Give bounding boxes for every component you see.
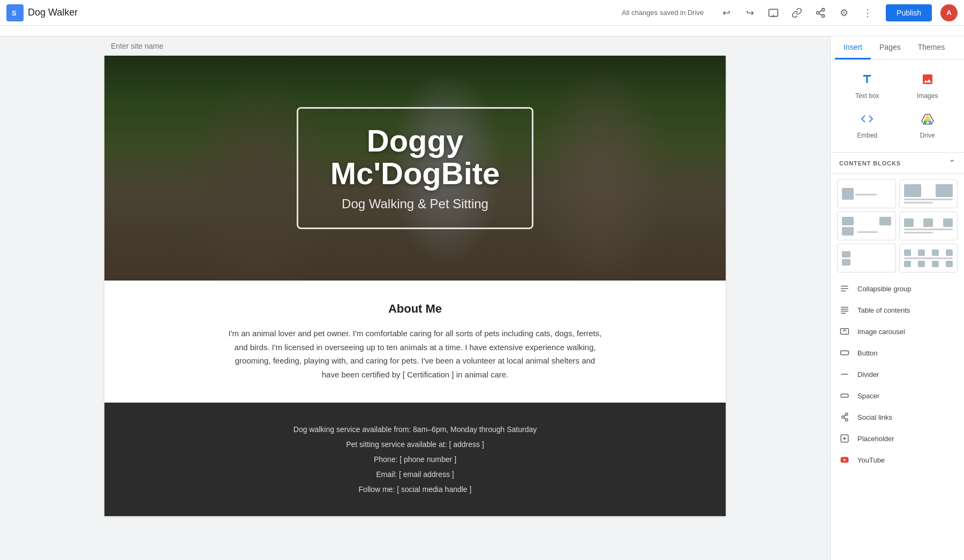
page-container: Doggy Mc'DogBite Dog Walking & Pet Sitti… (104, 56, 726, 516)
svg-point-4 (817, 11, 819, 14)
drive-icon (921, 112, 934, 128)
site-name-bar (104, 36, 726, 56)
footer-line-1[interactable]: Dog walking service available from: 8am–… (147, 422, 683, 437)
divider-item[interactable]: Divider (831, 364, 964, 385)
tab-themes[interactable]: Themes (909, 36, 954, 59)
svg-point-3 (822, 8, 825, 11)
topbar: S Dog Walker All changes saved in Drive … (0, 0, 964, 26)
publish-button[interactable]: Publish (886, 4, 932, 21)
redo-button[interactable]: ↪ (740, 3, 759, 22)
placeholder-label: Placeholder (857, 435, 894, 443)
link-button[interactable] (787, 3, 807, 22)
app-title: Dog Walker (28, 7, 78, 18)
svg-line-22 (844, 415, 845, 417)
youtube-icon (839, 455, 850, 465)
youtube-label: YouTube (857, 456, 885, 464)
divider-icon (839, 369, 850, 380)
spacer-item[interactable]: Spacer (831, 385, 964, 406)
svg-rect-18 (841, 394, 848, 397)
saved-status: All changes saved in Drive (622, 9, 704, 17)
footer-line-4[interactable]: Email: [ email address ] (147, 467, 683, 482)
social-links-label: Social links (857, 413, 892, 421)
table-of-contents-item[interactable]: Table of contents (831, 299, 964, 321)
svg-point-19 (842, 416, 845, 419)
svg-line-6 (819, 13, 822, 15)
spacer-label: Spacer (857, 392, 879, 400)
content-blocks-collapse[interactable]: ⌃ (948, 158, 955, 168)
site-name-input[interactable] (111, 42, 205, 50)
about-section: About Me I'm an animal lover and pet own… (104, 281, 726, 403)
canvas-area: Doggy Mc'DogBite Dog Walking & Pet Sitti… (0, 36, 830, 560)
insert-embed[interactable]: Embed (837, 106, 898, 146)
images-label: Images (917, 92, 938, 100)
text-box-icon (861, 73, 873, 89)
layout-blocks-grid (831, 174, 964, 278)
footer-line-3[interactable]: Phone: [ phone number ] (147, 452, 683, 467)
tab-insert[interactable]: Insert (835, 36, 871, 59)
panel-tabs: Insert Pages Themes (831, 36, 964, 60)
spacer-icon (839, 390, 850, 401)
panel-list: Collapsible group Table of contents Imag… (831, 278, 964, 471)
social-links-item[interactable]: Social links (831, 406, 964, 428)
tab-pages[interactable]: Pages (871, 36, 909, 59)
svg-point-5 (822, 14, 825, 17)
placeholder-icon (839, 433, 850, 444)
carousel-icon (839, 326, 850, 337)
button-label: Button (857, 349, 878, 357)
hero-subtitle: Dog Walking & Pet Sitting (330, 196, 500, 211)
insert-drive[interactable]: Drive (898, 106, 958, 146)
svg-rect-16 (841, 351, 849, 355)
avatar[interactable]: A (940, 4, 958, 21)
more-menu-button[interactable]: ⋮ (858, 3, 877, 22)
button-icon (839, 347, 850, 358)
images-icon (921, 73, 934, 89)
carousel-label: Image carousel (857, 328, 905, 336)
svg-text:S: S (12, 9, 17, 17)
insert-images[interactable]: Images (898, 66, 958, 106)
layout-block-6[interactable] (899, 244, 958, 273)
text-box-label: Text box (855, 92, 879, 100)
layout-block-1[interactable] (837, 179, 896, 208)
toc-icon (839, 305, 850, 315)
footer-section: Dog walking service available from: 8am–… (104, 403, 726, 516)
undo-button[interactable]: ↩ (717, 3, 736, 22)
right-panel: Insert Pages Themes Text box Images (830, 36, 964, 560)
hero-section[interactable]: Doggy Mc'DogBite Dog Walking & Pet Sitti… (104, 56, 726, 281)
hero-text-box[interactable]: Doggy Mc'DogBite Dog Walking & Pet Sitti… (297, 107, 534, 229)
hero-title: Doggy Mc'DogBite (330, 125, 500, 190)
image-carousel-item[interactable]: Image carousel (831, 321, 964, 342)
layout-block-2[interactable] (899, 179, 958, 208)
svg-line-23 (844, 418, 845, 419)
placeholder-item[interactable]: Placeholder (831, 428, 964, 449)
layout-block-4[interactable] (899, 211, 958, 240)
about-body[interactable]: I'm an animal lover and pet owner. I'm c… (228, 327, 602, 381)
content-blocks-title: CONTENT BLOCKS (839, 160, 901, 167)
collapsible-icon (839, 283, 850, 294)
button-item[interactable]: Button (831, 342, 964, 364)
svg-point-20 (846, 413, 848, 416)
app-logo: S (6, 4, 24, 21)
ruler (0, 26, 964, 36)
collapsible-group-label: Collapsible group (857, 285, 911, 293)
share-button[interactable] (811, 3, 830, 22)
embed-icon (861, 112, 873, 128)
youtube-item[interactable]: YouTube (831, 449, 964, 471)
main-layout: Doggy Mc'DogBite Dog Walking & Pet Sitti… (0, 36, 964, 560)
collapsible-group-item[interactable]: Collapsible group (831, 278, 964, 299)
divider-label: Divider (857, 370, 879, 379)
social-icon (839, 412, 850, 422)
content-blocks-header: CONTENT BLOCKS ⌃ (831, 152, 964, 174)
settings-button[interactable]: ⚙ (834, 3, 854, 22)
svg-point-21 (846, 419, 848, 421)
drive-label: Drive (920, 132, 935, 139)
insert-text-box[interactable]: Text box (837, 66, 898, 106)
footer-line-5[interactable]: Follow me: [ social media handle ] (147, 482, 683, 497)
insert-grid: Text box Images Embed D (831, 60, 964, 152)
svg-line-7 (819, 10, 822, 12)
footer-line-2[interactable]: Pet sitting service available at: [ addr… (147, 437, 683, 452)
layout-block-5[interactable] (837, 244, 896, 273)
embed-label: Embed (857, 132, 877, 139)
layout-block-3[interactable] (837, 211, 896, 240)
preview-button[interactable] (764, 3, 783, 22)
about-title: About Me (169, 302, 661, 316)
